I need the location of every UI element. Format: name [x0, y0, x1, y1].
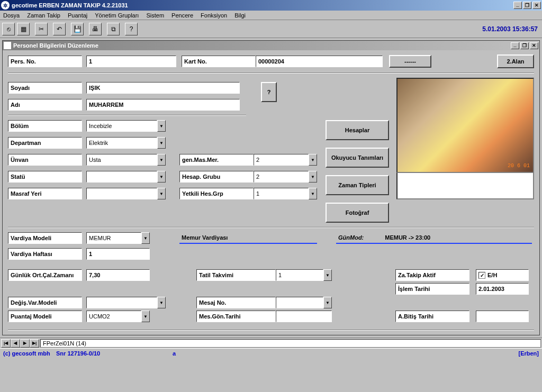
okuyucu-button[interactable]: Okuyucu Tanımları	[326, 148, 389, 168]
app-title: gecotime ERBEN ZAMAN TAKIP 4.2.21031	[12, 2, 512, 8]
menu-fonksiyon[interactable]: Fonksiyon	[201, 12, 227, 19]
abitis-field[interactable]	[476, 311, 529, 322]
kart-no-field[interactable]: 00000204	[256, 56, 383, 67]
nav-prev-button[interactable]: ◀	[11, 339, 20, 348]
unvan-dropdown[interactable]: ▼	[157, 154, 166, 166]
puantaj-field[interactable]: UCMO2	[86, 311, 141, 322]
genmas-label: gen.Mas.Mer.	[179, 154, 254, 166]
hesaplar-button[interactable]: Hesaplar	[326, 120, 389, 140]
masraf-field[interactable]	[86, 188, 157, 199]
degis-label: Değiş.Var.Modeli	[8, 297, 82, 308]
copy-icon[interactable]: ⧉	[107, 23, 120, 35]
genmas-field[interactable]: 2	[254, 154, 309, 166]
degis-field[interactable]	[86, 297, 157, 308]
genmas-dropdown[interactable]: ▼	[309, 154, 317, 166]
pers-no-field[interactable]: 1	[86, 56, 176, 67]
dept-dropdown[interactable]: ▼	[157, 137, 166, 149]
bolum-field[interactable]: Incebizle	[86, 120, 157, 132]
zakip-checkbox[interactable]: ✓	[478, 272, 485, 279]
hesgrp-field[interactable]: 2	[254, 171, 309, 183]
alan-button[interactable]: 2.Alan	[497, 54, 534, 68]
unvan-field[interactable]: Usta	[86, 154, 157, 166]
zakip-field[interactable]: ✓E/H	[476, 269, 529, 281]
dept-label: Departman	[8, 137, 82, 149]
nav-first-button[interactable]: |◀	[1, 339, 11, 348]
mesgon-field[interactable]	[276, 311, 332, 322]
statusbar: (c) gecosoft mbh Snr 127196-0/10 a [Erbe…	[0, 348, 542, 358]
menu-bilgi[interactable]: Bilgi	[234, 12, 246, 19]
menu-sistem[interactable]: Sistem	[146, 12, 164, 19]
mesaj-dropdown[interactable]: ▼	[323, 297, 332, 308]
yetkiligrp-dropdown[interactable]: ▼	[309, 188, 317, 199]
help-icon[interactable]: ?	[125, 23, 138, 35]
statu-dropdown[interactable]: ▼	[157, 171, 166, 183]
form-icon	[4, 42, 11, 49]
dept-field[interactable]: Elektrik	[86, 137, 157, 149]
puantaj-dropdown[interactable]: ▼	[141, 311, 150, 322]
soyadi-label: Soyadı	[8, 82, 82, 94]
soyadi-field[interactable]: IŞIK	[86, 82, 240, 94]
maximize-button[interactable]: ❐	[523, 2, 531, 9]
tatil-dropdown[interactable]: ▼	[323, 269, 332, 281]
record-navbar: |◀ ◀ ▶ ▶| FPerZei01N (14)	[0, 338, 542, 348]
pers-no-label: Pers. No.	[8, 56, 82, 67]
dash-button[interactable]: ------	[389, 55, 431, 68]
vardiya-hafta-field[interactable]: 1	[86, 248, 150, 260]
menu-dosya[interactable]: Dosya	[3, 12, 20, 19]
question-button[interactable]: ?	[261, 82, 277, 102]
statu-label: Statü	[8, 171, 82, 183]
gunmod-value: MEMUR -> 23:00	[385, 234, 430, 241]
status-snr: Snr 127196-0/10	[56, 350, 173, 357]
vardiya-model-field[interactable]: MEMUR	[86, 232, 141, 244]
menu-zaman-takip[interactable]: Zaman Takip	[27, 12, 60, 19]
degis-dropdown[interactable]: ▼	[157, 297, 166, 308]
masraf-dropdown[interactable]: ▼	[157, 188, 166, 199]
exit-icon[interactable]: ⎋	[2, 23, 15, 35]
puantaj-label: Puantaj Modeli	[8, 311, 82, 322]
vardiya-model-label: Vardiya Modeli	[8, 232, 82, 244]
child-minimize-button[interactable]: _	[511, 42, 519, 49]
unvan-label: Ünvan	[8, 154, 82, 166]
menu-puantaj[interactable]: Puantaj	[68, 12, 87, 19]
gunmod-label: GünMod:	[338, 234, 364, 241]
fotograf-button[interactable]: Fotoğraf	[326, 203, 389, 223]
statu-field[interactable]	[86, 171, 157, 183]
vardiya-model-dropdown[interactable]: ▼	[141, 232, 150, 244]
child-maximize-button[interactable]: ❐	[520, 42, 529, 49]
tatil-field[interactable]: 1	[276, 269, 323, 281]
record-indicator: FPerZei01N (14)	[40, 339, 541, 348]
vardiya-hafta-label: Vardiya Haftası	[8, 248, 82, 260]
close-button[interactable]: ✕	[532, 2, 541, 9]
gunmod-display: GünMod: MEMUR -> 23:00	[336, 232, 532, 244]
toolbar: ⎋ ▦ ✂ ↶ 💾 🖶 ⧉ ? 5.01.2003 15:36:57	[0, 20, 542, 38]
bolum-dropdown[interactable]: ▼	[157, 120, 166, 132]
menu-pencere[interactable]: Pencere	[171, 12, 193, 19]
hesgrp-dropdown[interactable]: ▼	[309, 171, 317, 183]
save-icon[interactable]: 💾	[71, 23, 84, 35]
adi-label: Adı	[8, 99, 82, 111]
abitis-label: A.Bitiş Tarihi	[395, 311, 469, 322]
zaman-tipleri-button[interactable]: Zaman Tipleri	[326, 175, 389, 195]
undo-icon[interactable]: ↶	[53, 23, 66, 35]
kart-no-label: Kart No.	[182, 56, 256, 67]
menu-yonetim[interactable]: Yönetim Grupları	[95, 12, 139, 19]
status-mid: a	[173, 350, 519, 357]
print-icon[interactable]: 🖶	[89, 23, 102, 35]
menubar: Dosya Zaman Takip Puantaj Yönetim Grupla…	[0, 11, 542, 20]
islem-field[interactable]: 2.01.2003	[476, 283, 529, 295]
grid-icon[interactable]: ▦	[17, 23, 30, 35]
minimize-button[interactable]: _	[513, 2, 522, 9]
adi-field[interactable]: MUHARREM	[86, 99, 240, 111]
mesaj-field[interactable]	[276, 297, 323, 308]
gunluk-label: Günlük Ort.Çal.Zamanı	[8, 269, 82, 281]
child-window: Personel Bilgilerini Düzenleme _ ❐ ✕ Per…	[2, 40, 540, 335]
yetkiligrp-field[interactable]: 1	[254, 188, 309, 199]
cut-icon[interactable]: ✂	[35, 23, 48, 35]
child-close-button[interactable]: ✕	[530, 42, 538, 49]
nav-next-button[interactable]: ▶	[20, 339, 30, 348]
status-copyright: (c) gecosoft mbh	[3, 350, 56, 357]
nav-last-button[interactable]: ▶|	[30, 339, 39, 348]
mesgon-label: Mes.Gön.Tarihi	[196, 311, 276, 322]
yetkiligrp-label: Yetkili Hes.Grp	[179, 188, 254, 199]
gunluk-field[interactable]: 7,30	[86, 269, 150, 281]
